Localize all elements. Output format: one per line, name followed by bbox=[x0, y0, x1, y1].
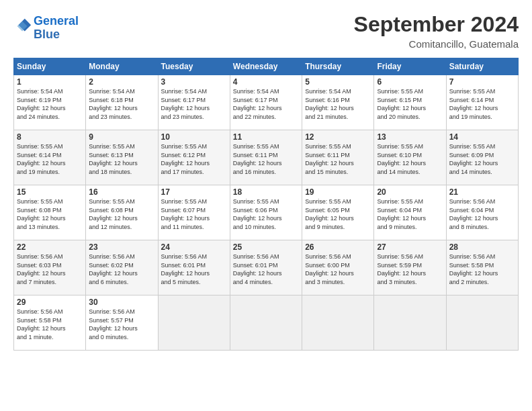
day-number: 5 bbox=[305, 77, 371, 87]
day-cell: 14Sunrise: 5:55 AM Sunset: 6:09 PM Dayli… bbox=[446, 130, 518, 185]
day-cell: 23Sunrise: 5:56 AM Sunset: 6:02 PM Dayli… bbox=[86, 240, 158, 295]
location: Comitancillo, Guatemala bbox=[354, 38, 519, 50]
day-info: Sunrise: 5:56 AM Sunset: 6:00 PM Dayligh… bbox=[305, 253, 371, 286]
day-number: 23 bbox=[89, 242, 154, 252]
day-cell bbox=[230, 295, 302, 351]
day-info: Sunrise: 5:55 AM Sunset: 6:11 PM Dayligh… bbox=[305, 142, 371, 176]
logo-line1: General bbox=[34, 14, 79, 28]
week-row-3: 15Sunrise: 5:55 AM Sunset: 6:08 PM Dayli… bbox=[14, 185, 519, 240]
day-cell: 26Sunrise: 5:56 AM Sunset: 6:00 PM Dayli… bbox=[302, 240, 374, 295]
logo-line2: Blue bbox=[34, 28, 60, 41]
day-info: Sunrise: 5:55 AM Sunset: 6:14 PM Dayligh… bbox=[17, 142, 83, 176]
day-info: Sunrise: 5:55 AM Sunset: 6:08 PM Dayligh… bbox=[17, 197, 83, 231]
month-year: September 2024 bbox=[354, 12, 519, 37]
day-info: Sunrise: 5:55 AM Sunset: 6:14 PM Dayligh… bbox=[449, 87, 515, 121]
week-row-5: 29Sunrise: 5:56 AM Sunset: 5:58 PM Dayli… bbox=[14, 295, 519, 351]
day-info: Sunrise: 5:55 AM Sunset: 6:09 PM Dayligh… bbox=[449, 142, 515, 176]
day-cell: 5Sunrise: 5:54 AM Sunset: 6:16 PM Daylig… bbox=[302, 75, 374, 130]
day-cell: 21Sunrise: 5:56 AM Sunset: 6:04 PM Dayli… bbox=[446, 185, 518, 240]
day-cell: 28Sunrise: 5:56 AM Sunset: 5:58 PM Dayli… bbox=[446, 240, 518, 295]
day-info: Sunrise: 5:54 AM Sunset: 6:17 PM Dayligh… bbox=[161, 87, 227, 121]
day-number: 18 bbox=[233, 187, 299, 197]
day-number: 3 bbox=[161, 77, 227, 87]
logo: General Blue bbox=[13, 15, 79, 42]
header-cell-sunday: Sunday bbox=[14, 58, 86, 75]
day-number: 17 bbox=[161, 187, 227, 197]
day-number: 27 bbox=[377, 242, 443, 252]
day-number: 2 bbox=[89, 77, 154, 87]
day-number: 8 bbox=[17, 132, 83, 142]
day-info: Sunrise: 5:54 AM Sunset: 6:19 PM Dayligh… bbox=[17, 87, 83, 121]
page: General Blue September 2024 Comitancillo… bbox=[0, 0, 532, 357]
day-cell: 24Sunrise: 5:56 AM Sunset: 6:01 PM Dayli… bbox=[158, 240, 230, 295]
day-info: Sunrise: 5:55 AM Sunset: 6:15 PM Dayligh… bbox=[377, 87, 443, 121]
day-info: Sunrise: 5:54 AM Sunset: 6:18 PM Dayligh… bbox=[89, 87, 154, 121]
day-number: 21 bbox=[449, 187, 515, 197]
day-cell: 1Sunrise: 5:54 AM Sunset: 6:19 PM Daylig… bbox=[14, 75, 86, 130]
day-info: Sunrise: 5:56 AM Sunset: 5:58 PM Dayligh… bbox=[17, 308, 83, 341]
day-cell: 19Sunrise: 5:55 AM Sunset: 6:05 PM Dayli… bbox=[302, 185, 374, 240]
header-cell-tuesday: Tuesday bbox=[158, 58, 230, 75]
day-number: 30 bbox=[89, 298, 154, 307]
day-cell: 15Sunrise: 5:55 AM Sunset: 6:08 PM Dayli… bbox=[14, 185, 86, 240]
day-cell: 10Sunrise: 5:55 AM Sunset: 6:12 PM Dayli… bbox=[158, 130, 230, 185]
day-info: Sunrise: 5:55 AM Sunset: 6:06 PM Dayligh… bbox=[233, 197, 299, 231]
day-cell bbox=[302, 295, 374, 351]
day-cell: 11Sunrise: 5:55 AM Sunset: 6:11 PM Dayli… bbox=[230, 130, 302, 185]
day-info: Sunrise: 5:55 AM Sunset: 6:13 PM Dayligh… bbox=[89, 142, 154, 176]
day-number: 19 bbox=[305, 187, 371, 197]
day-number: 28 bbox=[449, 242, 515, 252]
title-block: September 2024 Comitancillo, Guatemala bbox=[354, 12, 519, 50]
day-cell: 2Sunrise: 5:54 AM Sunset: 6:18 PM Daylig… bbox=[86, 75, 158, 130]
day-cell: 6Sunrise: 5:55 AM Sunset: 6:15 PM Daylig… bbox=[374, 75, 446, 130]
day-info: Sunrise: 5:56 AM Sunset: 5:59 PM Dayligh… bbox=[377, 253, 443, 286]
logo-icon bbox=[13, 17, 32, 36]
day-number: 1 bbox=[17, 77, 83, 87]
day-cell: 22Sunrise: 5:56 AM Sunset: 6:03 PM Dayli… bbox=[14, 240, 86, 295]
week-row-2: 8Sunrise: 5:55 AM Sunset: 6:14 PM Daylig… bbox=[14, 130, 519, 185]
week-row-1: 1Sunrise: 5:54 AM Sunset: 6:19 PM Daylig… bbox=[14, 75, 519, 130]
header-cell-thursday: Thursday bbox=[302, 58, 374, 75]
day-number: 22 bbox=[17, 242, 83, 252]
day-number: 20 bbox=[377, 187, 443, 197]
day-number: 25 bbox=[233, 242, 299, 252]
day-info: Sunrise: 5:56 AM Sunset: 5:58 PM Dayligh… bbox=[449, 253, 515, 286]
day-number: 6 bbox=[377, 77, 443, 87]
day-number: 12 bbox=[305, 132, 371, 142]
day-cell: 20Sunrise: 5:55 AM Sunset: 6:04 PM Dayli… bbox=[374, 185, 446, 240]
day-cell: 25Sunrise: 5:56 AM Sunset: 6:01 PM Dayli… bbox=[230, 240, 302, 295]
day-info: Sunrise: 5:55 AM Sunset: 6:07 PM Dayligh… bbox=[161, 197, 227, 231]
day-number: 29 bbox=[17, 298, 83, 307]
day-number: 15 bbox=[17, 187, 83, 197]
calendar-table: SundayMondayTuesdayWednesdayThursdayFrid… bbox=[13, 58, 519, 351]
header-cell-friday: Friday bbox=[374, 58, 446, 75]
day-info: Sunrise: 5:56 AM Sunset: 6:01 PM Dayligh… bbox=[161, 253, 227, 286]
day-info: Sunrise: 5:55 AM Sunset: 6:05 PM Dayligh… bbox=[305, 197, 371, 231]
day-cell: 7Sunrise: 5:55 AM Sunset: 6:14 PM Daylig… bbox=[446, 75, 518, 130]
header-cell-saturday: Saturday bbox=[446, 58, 518, 75]
day-cell: 8Sunrise: 5:55 AM Sunset: 6:14 PM Daylig… bbox=[14, 130, 86, 185]
header-cell-wednesday: Wednesday bbox=[230, 58, 302, 75]
day-cell: 9Sunrise: 5:55 AM Sunset: 6:13 PM Daylig… bbox=[86, 130, 158, 185]
day-number: 26 bbox=[305, 242, 371, 252]
week-row-4: 22Sunrise: 5:56 AM Sunset: 6:03 PM Dayli… bbox=[14, 240, 519, 295]
day-cell: 12Sunrise: 5:55 AM Sunset: 6:11 PM Dayli… bbox=[302, 130, 374, 185]
day-info: Sunrise: 5:54 AM Sunset: 6:16 PM Dayligh… bbox=[305, 87, 371, 121]
header: General Blue September 2024 Comitancillo… bbox=[13, 12, 519, 50]
day-cell: 17Sunrise: 5:55 AM Sunset: 6:07 PM Dayli… bbox=[158, 185, 230, 240]
day-info: Sunrise: 5:56 AM Sunset: 5:57 PM Dayligh… bbox=[89, 308, 154, 341]
day-number: 10 bbox=[161, 132, 227, 142]
day-cell: 27Sunrise: 5:56 AM Sunset: 5:59 PM Dayli… bbox=[374, 240, 446, 295]
day-cell: 30Sunrise: 5:56 AM Sunset: 5:57 PM Dayli… bbox=[86, 295, 158, 351]
day-cell bbox=[446, 295, 518, 351]
day-cell: 3Sunrise: 5:54 AM Sunset: 6:17 PM Daylig… bbox=[158, 75, 230, 130]
day-cell: 13Sunrise: 5:55 AM Sunset: 6:10 PM Dayli… bbox=[374, 130, 446, 185]
day-cell: 16Sunrise: 5:55 AM Sunset: 6:08 PM Dayli… bbox=[86, 185, 158, 240]
day-info: Sunrise: 5:55 AM Sunset: 6:10 PM Dayligh… bbox=[377, 142, 443, 176]
day-number: 14 bbox=[449, 132, 515, 142]
day-cell: 4Sunrise: 5:54 AM Sunset: 6:17 PM Daylig… bbox=[230, 75, 302, 130]
day-info: Sunrise: 5:55 AM Sunset: 6:08 PM Dayligh… bbox=[89, 197, 154, 231]
day-number: 7 bbox=[449, 77, 515, 87]
day-info: Sunrise: 5:55 AM Sunset: 6:12 PM Dayligh… bbox=[161, 142, 227, 176]
day-cell: 18Sunrise: 5:55 AM Sunset: 6:06 PM Dayli… bbox=[230, 185, 302, 240]
